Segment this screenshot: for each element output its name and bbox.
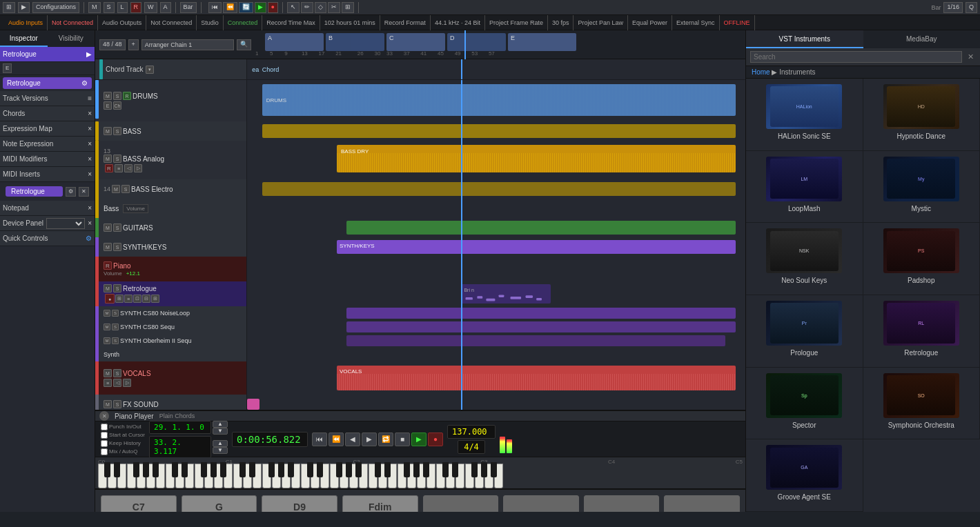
- transport-record-btn[interactable]: ●: [428, 432, 443, 446]
- black-key[interactable]: [336, 462, 342, 477]
- btn-S[interactable]: S: [104, 2, 115, 13]
- black-key[interactable]: [268, 462, 275, 477]
- audio-outputs[interactable]: Audio Outputs: [98, 15, 146, 30]
- black-key[interactable]: [384, 462, 391, 477]
- section-note-expression[interactable]: Note Expression ×: [0, 137, 95, 152]
- cs80-noise-m[interactable]: M: [104, 310, 110, 317]
- btn-M[interactable]: M: [88, 2, 101, 13]
- btn-rewind[interactable]: ⏮: [208, 2, 222, 13]
- guitars-m[interactable]: M: [104, 223, 112, 232]
- section-quick-controls[interactable]: Quick Controls ⚙: [0, 231, 95, 246]
- chord-key-empty4[interactable]: [664, 495, 740, 512]
- section-device-panel[interactable]: Device Panel ×: [0, 216, 95, 231]
- bass-analog-f2[interactable]: ▷: [134, 164, 142, 172]
- bass-analog-f1[interactable]: ◁: [124, 164, 133, 172]
- punch-in-label[interactable]: Punch In/Out: [101, 424, 141, 430]
- transport-fwd-btn[interactable]: ▶: [362, 432, 377, 446]
- vst-halion-sonic[interactable]: HALion HALion Sonic SE: [746, 79, 863, 151]
- chord-key-C7[interactable]: C7: [101, 495, 177, 512]
- black-key[interactable]: [288, 462, 294, 477]
- insert-edit-btn[interactable]: ⚙: [66, 187, 76, 197]
- vst-search-input[interactable]: [750, 51, 962, 63]
- drums-r[interactable]: R: [123, 92, 131, 100]
- arranger-chain-select[interactable]: Arranger Chain 1: [141, 39, 234, 50]
- synth-keys-clip[interactable]: SYNTH/KEYS: [337, 240, 736, 254]
- tool-draw[interactable]: ✏: [301, 2, 313, 13]
- black-key[interactable]: [307, 462, 313, 477]
- add-track-btn[interactable]: +: [128, 39, 139, 50]
- oberheim-clip[interactable]: [346, 335, 725, 346]
- bass-s[interactable]: S: [113, 127, 121, 135]
- tab-visibility[interactable]: Visibility: [48, 30, 95, 47]
- retrologue-block[interactable]: Retrologue ⚙: [3, 77, 92, 89]
- black-key[interactable]: [413, 462, 420, 477]
- chord-key-empty1[interactable]: [423, 495, 499, 512]
- black-key[interactable]: [249, 462, 255, 477]
- black-key[interactable]: [239, 462, 246, 477]
- btn-record[interactable]: ●: [268, 2, 278, 13]
- piano-r-btn[interactable]: R: [104, 261, 112, 270]
- bass-electro-m[interactable]: M: [112, 185, 120, 193]
- tool-glue[interactable]: ⊞: [342, 2, 354, 13]
- retrologue-b2[interactable]: ≡: [124, 295, 133, 303]
- chord-key-empty2[interactable]: [503, 495, 579, 512]
- mix-auto-checkbox[interactable]: [101, 448, 108, 455]
- right-down-btn[interactable]: ▼: [213, 447, 228, 454]
- quantize-val[interactable]: 1/16: [943, 2, 963, 13]
- bass-analog-r[interactable]: R: [105, 164, 113, 172]
- chord-key-Fdim[interactable]: Fdim: [342, 495, 418, 512]
- bass-group-clip[interactable]: [262, 124, 736, 138]
- vst-neosoul[interactable]: NSK Neo Soul Keys: [746, 223, 863, 295]
- bass-electro-clip[interactable]: [262, 182, 736, 196]
- oberheim-m[interactable]: M: [104, 337, 110, 344]
- black-key[interactable]: [481, 462, 487, 477]
- device-panel-select[interactable]: [46, 218, 85, 229]
- audio-inputs[interactable]: Audio Inputs: [4, 15, 48, 30]
- mix-auto-label[interactable]: Mix / AutoQ: [101, 448, 137, 455]
- vst-mystic[interactable]: My Mystic: [863, 151, 981, 223]
- left-up-btn[interactable]: ▲: [213, 421, 228, 428]
- transport-rewind-btn[interactable]: ⏪: [329, 432, 344, 446]
- vocals-m[interactable]: M: [104, 369, 112, 377]
- section-notepad[interactable]: Notepad ×: [0, 201, 95, 216]
- vst-loopmash[interactable]: LM LoopMash: [746, 151, 863, 223]
- vocals-b1[interactable]: ≡: [104, 379, 112, 387]
- drums-s[interactable]: S: [113, 92, 121, 100]
- section-midi-modifiers[interactable]: MIDI Modifiers ×: [0, 152, 95, 167]
- black-key[interactable]: [182, 462, 188, 477]
- black-key[interactable]: [104, 462, 110, 477]
- vst-prologue[interactable]: Pr Prologue: [746, 295, 863, 368]
- search-tracks-btn[interactable]: 🔍: [237, 39, 251, 50]
- vocals-b2[interactable]: ◁: [113, 379, 121, 387]
- section-expression-map[interactable]: Expression Map ×: [0, 121, 95, 137]
- section-retrologue[interactable]: Retrologue ▶: [0, 47, 95, 62]
- retrologue-b3[interactable]: ⊡: [133, 295, 141, 303]
- search-clear-btn[interactable]: ✕: [965, 52, 976, 63]
- tab-vst-instruments[interactable]: VST Instruments: [746, 30, 863, 48]
- black-key[interactable]: [143, 462, 149, 477]
- retrologue-r-btn[interactable]: ●: [105, 294, 115, 304]
- fx-m[interactable]: M: [104, 400, 112, 408]
- bass-m[interactable]: M: [104, 127, 112, 135]
- black-key[interactable]: [114, 462, 120, 477]
- btn-W[interactable]: W: [144, 2, 157, 13]
- close-piano-btn[interactable]: ✕: [99, 411, 109, 421]
- transport-stop-btn[interactable]: ■: [395, 432, 410, 446]
- left-down-btn[interactable]: ▼: [213, 428, 228, 435]
- btn-prev[interactable]: ⏪: [223, 2, 237, 13]
- start-cursor-label[interactable]: Start at Cursor: [101, 432, 145, 439]
- left-locator-display[interactable]: 29. 1. 1. 0: [149, 421, 211, 434]
- tool-erase[interactable]: ◇: [315, 2, 326, 13]
- vst-groove[interactable]: GA Groove Agent SE: [746, 439, 863, 512]
- cs80-noise-s[interactable]: S: [112, 310, 119, 317]
- section-trackversions[interactable]: Track Versions ≡: [0, 91, 95, 106]
- bass-analog-e[interactable]: ≡: [115, 164, 123, 172]
- vst-padshop[interactable]: PS Padshop: [863, 223, 981, 295]
- black-key[interactable]: [153, 462, 159, 477]
- vst-symphonic[interactable]: SO Symphonic Orchestra: [863, 368, 981, 440]
- synth-keys-m[interactable]: M: [104, 243, 112, 251]
- guitars-clip[interactable]: [346, 221, 735, 235]
- tool-select[interactable]: ↖: [287, 2, 300, 13]
- breadcrumb-home[interactable]: Home: [752, 68, 770, 76]
- insert-power-btn[interactable]: ✕: [79, 187, 89, 197]
